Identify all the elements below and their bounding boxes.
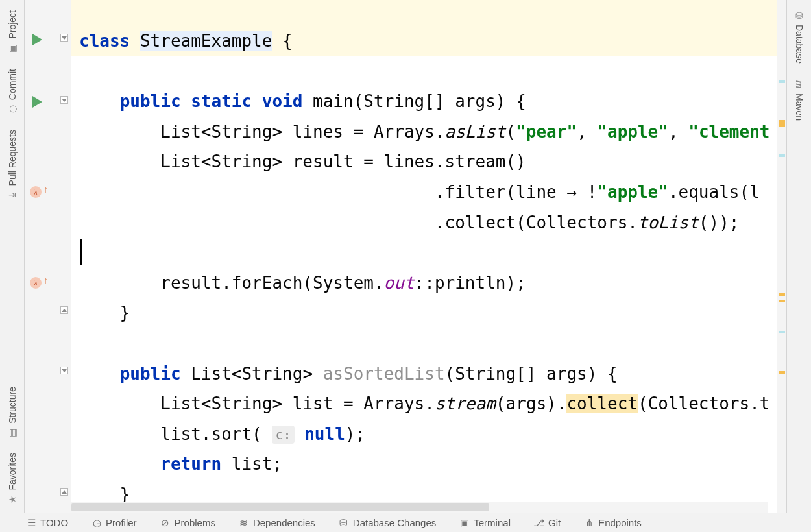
editor-gutter: λ λ bbox=[25, 0, 71, 513]
endpoints-label: Endpoints bbox=[598, 517, 642, 528]
structure-icon: ▤ bbox=[7, 427, 18, 437]
code-line[interactable]: list.sort( c: null); bbox=[71, 419, 777, 450]
pull-requests-tool-tab[interactable]: ⇥ Pull Requests bbox=[5, 122, 20, 208]
endpoints-tool-button[interactable]: ⋔Endpoints bbox=[584, 517, 642, 528]
stripe-marker[interactable] bbox=[779, 371, 785, 374]
database-tab-label: Database bbox=[794, 25, 805, 64]
favorites-tool-tab[interactable]: ★ Favorites bbox=[5, 445, 20, 513]
fold-toggle[interactable] bbox=[60, 34, 69, 43]
fold-toggle[interactable] bbox=[60, 488, 69, 497]
pull-tab-label: Pull Requests bbox=[7, 130, 18, 186]
code-line[interactable]: result.forEach(System.out::println); bbox=[71, 268, 777, 298]
star-icon: ★ bbox=[7, 494, 18, 505]
stripe-marker[interactable] bbox=[779, 293, 785, 296]
code-line[interactable]: public static void main(String[] args) { bbox=[71, 86, 777, 117]
profiler-icon: ◷ bbox=[91, 518, 102, 528]
terminal-icon: ▣ bbox=[459, 518, 470, 528]
dbchanges-label: Database Changes bbox=[353, 517, 436, 528]
todo-label: TODO bbox=[40, 517, 68, 528]
layers-icon: ≋ bbox=[239, 518, 249, 528]
database-icon: ⛁ bbox=[339, 518, 349, 528]
git-tool-button[interactable]: ⎇Git bbox=[534, 517, 561, 528]
maven-tab-label: Maven bbox=[794, 93, 805, 121]
parameter-hint: c: bbox=[272, 426, 294, 444]
code-line[interactable]: public List<String> asSortedList(String[… bbox=[71, 359, 777, 389]
maven-icon: m bbox=[794, 79, 805, 90]
maven-tool-tab[interactable]: m Maven bbox=[792, 71, 807, 128]
editor: λ λ 💡 ▲ 5 ︿ ﹀ class StreamExample { publ… bbox=[25, 0, 786, 513]
code-line[interactable] bbox=[71, 237, 777, 268]
problems-label: Problems bbox=[175, 517, 215, 528]
code-line[interactable] bbox=[71, 56, 777, 87]
profiler-tool-button[interactable]: ◷Profiler bbox=[91, 517, 137, 528]
project-tab-label: Project bbox=[7, 10, 18, 39]
lambda-gutter-icon[interactable]: λ bbox=[29, 276, 43, 290]
stripe-marker[interactable] bbox=[779, 120, 785, 127]
stripe-marker[interactable] bbox=[779, 300, 785, 302]
code-line[interactable]: class StreamExample { bbox=[71, 0, 777, 56]
pull-request-icon: ⇥ bbox=[7, 189, 18, 200]
database-changes-tool-button[interactable]: ⛁Database Changes bbox=[339, 517, 436, 528]
right-tool-sidebar: ⛁ Database m Maven bbox=[786, 0, 811, 513]
terminal-label: Terminal bbox=[474, 517, 511, 528]
code-line[interactable]: } bbox=[71, 298, 777, 328]
code-line[interactable] bbox=[71, 328, 777, 359]
fold-toggle[interactable] bbox=[60, 306, 69, 315]
git-label: Git bbox=[548, 517, 561, 528]
structure-tab-label: Structure bbox=[7, 387, 18, 424]
fold-toggle[interactable] bbox=[60, 367, 69, 376]
structure-tool-tab[interactable]: ▤ Structure bbox=[5, 379, 20, 446]
problems-icon: ⊘ bbox=[160, 518, 171, 528]
commit-tool-tab[interactable]: ◌ Commit bbox=[5, 61, 20, 122]
deps-label: Dependencies bbox=[253, 517, 315, 528]
horizontal-scrollbar[interactable] bbox=[71, 502, 768, 513]
code-line[interactable]: return list; bbox=[71, 449, 777, 479]
project-tool-tab[interactable]: ▣ Project bbox=[5, 3, 20, 61]
code-line[interactable]: List<String> list = Arrays.stream(args).… bbox=[71, 389, 777, 419]
database-icon: ⛁ bbox=[794, 10, 805, 21]
list-icon: ☰ bbox=[26, 518, 36, 528]
terminal-tool-button[interactable]: ▣Terminal bbox=[459, 517, 511, 528]
endpoints-icon: ⋔ bbox=[584, 518, 594, 528]
lambda-gutter-icon[interactable]: λ bbox=[29, 185, 43, 199]
problems-tool-button[interactable]: ⊘Problems bbox=[160, 517, 215, 528]
run-main-gutter-icon[interactable] bbox=[30, 95, 44, 109]
dependencies-tool-button[interactable]: ≋Dependencies bbox=[239, 517, 315, 528]
code-line[interactable]: List<String> result = lines.stream() bbox=[71, 147, 777, 177]
code-editor-area[interactable]: 💡 ▲ 5 ︿ ﹀ class StreamExample { public s… bbox=[71, 0, 777, 513]
git-branch-icon: ⎇ bbox=[534, 518, 544, 528]
code-line[interactable]: List<String> lines = Arrays.asList("pear… bbox=[71, 117, 777, 147]
todo-tool-button[interactable]: ☰TODO bbox=[26, 517, 68, 528]
code-line[interactable]: .filter(line → !"apple".equals(l bbox=[71, 177, 777, 208]
error-stripe[interactable] bbox=[777, 0, 786, 513]
bottom-tool-bar: ☰TODO ◷Profiler ⊘Problems ≋Dependencies … bbox=[0, 513, 811, 532]
left-tool-sidebar: ▣ Project ◌ Commit ⇥ Pull Requests ▤ Str… bbox=[0, 0, 25, 513]
stripe-marker[interactable] bbox=[779, 331, 785, 333]
stripe-marker[interactable] bbox=[779, 80, 785, 83]
favorites-tab-label: Favorites bbox=[7, 453, 18, 490]
commit-icon: ◌ bbox=[7, 104, 18, 114]
fold-toggle[interactable] bbox=[60, 96, 69, 105]
stripe-marker[interactable] bbox=[779, 154, 785, 157]
commit-tab-label: Commit bbox=[7, 69, 18, 100]
code-line[interactable]: .collect(Collectors.toList()); bbox=[71, 208, 777, 238]
run-class-gutter-icon[interactable] bbox=[30, 32, 44, 47]
profiler-label: Profiler bbox=[106, 517, 137, 528]
database-tool-tab[interactable]: ⛁ Database bbox=[792, 3, 807, 71]
folder-icon: ▣ bbox=[7, 43, 18, 53]
